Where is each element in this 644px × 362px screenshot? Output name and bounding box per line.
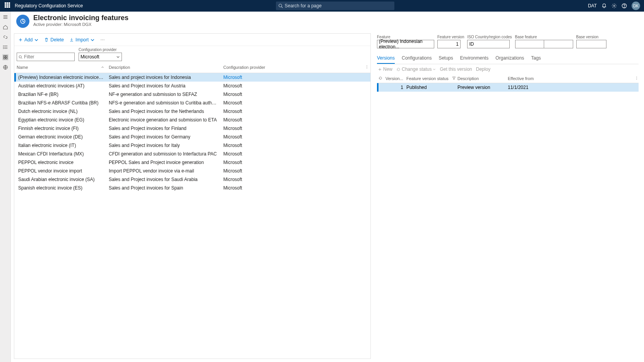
svg-point-0 [279,4,282,7]
help-icon[interactable] [622,3,627,9]
settings-icon[interactable] [611,3,617,9]
company-label[interactable]: DAT [588,3,597,9]
app-launcher-icon[interactable] [5,2,12,9]
svg-point-4 [624,7,625,7]
notifications-icon[interactable] [601,3,607,9]
search-icon [278,3,283,8]
global-search[interactable]: Search for a page [276,2,394,10]
svg-point-2 [613,5,615,7]
app-title: Regulatory Configuration Service [15,3,83,9]
svg-line-1 [282,7,283,8]
user-avatar[interactable]: DK [632,2,640,10]
search-placeholder: Search for a page [284,3,321,9]
